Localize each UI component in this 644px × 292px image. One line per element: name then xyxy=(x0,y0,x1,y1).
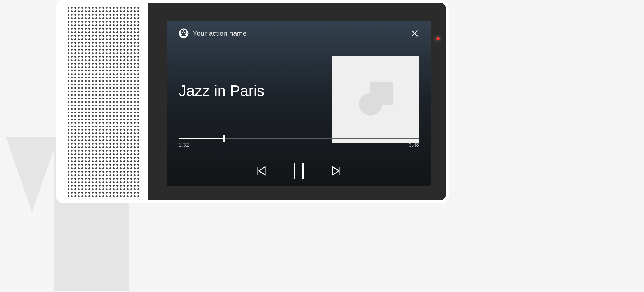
card-body: Jazz in Paris xyxy=(179,56,419,143)
skip-next-icon xyxy=(331,166,341,176)
placeholder-circle-icon xyxy=(359,93,382,116)
close-button[interactable] xyxy=(410,29,419,38)
skip-previous-icon xyxy=(256,166,267,176)
speaker-grille xyxy=(68,7,141,197)
action-name-label: Your action name xyxy=(193,29,406,37)
action-logo-icon xyxy=(179,28,189,38)
media-player-card: Your action name Jazz in Paris xyxy=(167,21,431,186)
skip-previous-button[interactable] xyxy=(255,164,269,178)
elapsed-time: 1:32 xyxy=(179,142,189,148)
skip-next-button[interactable] xyxy=(329,164,343,178)
progress-fill xyxy=(179,138,224,139)
progress-area: 1:32 3:48 xyxy=(179,138,419,148)
total-duration: 3:48 xyxy=(409,142,419,148)
pause-bar-right xyxy=(302,163,304,179)
smart-display-device: Your action name Jazz in Paris xyxy=(56,0,449,203)
speaker-panel xyxy=(56,0,148,203)
pause-button[interactable] xyxy=(292,164,306,178)
card-header: Your action name xyxy=(179,28,419,38)
recording-led-icon xyxy=(434,35,442,42)
progress-thumb[interactable] xyxy=(223,135,225,142)
device-shadow-triangle xyxy=(6,137,58,212)
pause-bar-left xyxy=(294,163,295,179)
track-title: Jazz in Paris xyxy=(179,82,265,99)
svg-marker-6 xyxy=(259,167,265,175)
svg-marker-7 xyxy=(333,167,339,175)
display-screen: Your action name Jazz in Paris xyxy=(148,3,446,200)
album-art-placeholder xyxy=(332,56,419,143)
playback-controls xyxy=(167,164,431,178)
progress-bar[interactable] xyxy=(179,138,419,139)
